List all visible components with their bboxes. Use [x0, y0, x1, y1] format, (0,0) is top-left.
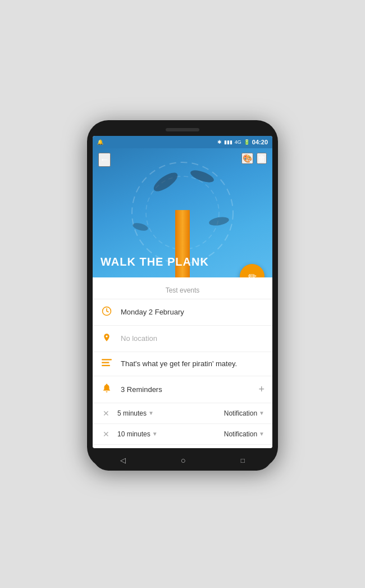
reminder-type-1-select[interactable]: Notification ▼ [224, 430, 264, 438]
reminder-time-0-select[interactable]: 5 minutes ▼ [117, 409, 154, 417]
reminder-item-0: ✕ 5 minutes ▼ Notification ▼ [93, 403, 272, 424]
reminder-type-1-value: Notification [224, 430, 257, 438]
clock-icon [101, 306, 113, 318]
back-button[interactable]: ← [98, 153, 111, 167]
svg-point-5 [132, 221, 149, 232]
network-icon: 4G [235, 139, 241, 145]
description-row[interactable]: That's what ye get fer piratin' matey. [93, 352, 272, 376]
status-bar: 🔔 ✱ ▮▮▮ 4G 🔋 04:20 [93, 136, 272, 148]
location-text: No location [121, 334, 264, 343]
bluetooth-icon: ✱ [217, 139, 222, 145]
svg-rect-9 [102, 362, 110, 363]
palette-button[interactable]: 🎨 [241, 153, 253, 164]
notification-icon: 🔔 [97, 139, 103, 145]
date-text: Monday 2 February [121, 308, 264, 316]
reminder-time-0-value: 5 minutes [117, 409, 147, 417]
reminder-type-0-select[interactable]: Notification ▼ [224, 409, 264, 417]
reminders-label: 3 Reminders [121, 385, 250, 394]
date-row[interactable]: Monday 2 February [93, 299, 272, 326]
signal-icon: ▮▮▮ [224, 139, 232, 145]
status-right: ✱ ▮▮▮ 4G 🔋 04:20 [217, 139, 268, 145]
remove-reminder-1-button[interactable]: ✕ [101, 430, 112, 439]
phone-screen: 🔔 ✱ ▮▮▮ 4G 🔋 04:20 [93, 136, 272, 448]
reminder-time-1-arrow: ▼ [152, 431, 158, 437]
subtitle-text: Test events [166, 286, 200, 294]
location-row[interactable]: No location [93, 326, 272, 352]
nav-bar: ◁ ○ □ [93, 450, 272, 471]
phone-speaker [166, 128, 199, 131]
battery-icon: 🔋 [244, 139, 250, 145]
hero-section: ← 🎨 🗑 WALK THE PLANK ✏ [93, 148, 272, 277]
reminder-type-1-arrow: ▼ [259, 431, 264, 437]
event-detail-content: Test events Monday 2 February [93, 277, 272, 448]
event-subtitle: Test events [93, 283, 272, 299]
status-left: 🔔 [97, 139, 103, 145]
description-text: That's what ye get fer piratin' matey. [121, 359, 264, 368]
reminder-type-0-arrow: ▼ [259, 410, 264, 416]
home-nav-icon[interactable]: ○ [181, 455, 186, 465]
svg-rect-8 [102, 359, 112, 360]
reminder-type-0-value: Notification [224, 409, 257, 417]
reminder-time-0-arrow: ▼ [148, 410, 154, 416]
delete-button[interactable]: 🗑 [257, 153, 267, 164]
description-icon [101, 359, 113, 369]
add-reminder-button[interactable]: + [258, 384, 264, 395]
clock-time: 04:20 [252, 139, 268, 145]
edit-icon: ✏ [248, 270, 257, 277]
svg-rect-10 [102, 364, 110, 366]
phone-frame: 🔔 ✱ ▮▮▮ 4G 🔋 04:20 [87, 120, 278, 468]
reminder-item-1: ✕ 10 minutes ▼ Notification ▼ [93, 424, 272, 445]
reminder-icon [101, 383, 113, 396]
reminder-time-1-value: 10 minutes [117, 430, 150, 438]
svg-point-2 [151, 169, 180, 194]
event-title: WALK THE PLANK [101, 256, 209, 268]
reminder-time-1-select[interactable]: 10 minutes ▼ [117, 430, 158, 438]
recents-nav-icon[interactable]: □ [241, 457, 245, 464]
remove-reminder-0-button[interactable]: ✕ [101, 409, 112, 418]
location-icon [101, 332, 113, 345]
reminders-row[interactable]: 3 Reminders + [93, 376, 272, 403]
svg-point-4 [208, 215, 230, 226]
back-nav-icon[interactable]: ◁ [120, 456, 126, 464]
